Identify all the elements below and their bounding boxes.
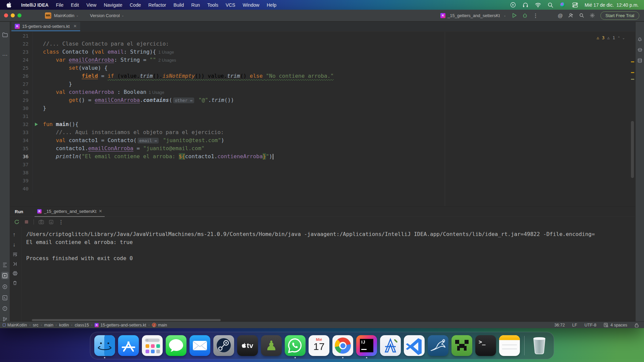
close-tab-icon[interactable]: ✕	[73, 24, 77, 28]
code-line[interactable]: 40	[10, 185, 635, 193]
console-hscrollbar[interactable]	[32, 319, 221, 321]
caret-position[interactable]: 36:72	[554, 323, 565, 327]
error-stripe-mark[interactable]	[631, 79, 634, 80]
menu-edit[interactable]: Edit	[67, 0, 83, 10]
siri-icon[interactable]	[560, 2, 566, 8]
print-icon[interactable]	[13, 271, 17, 276]
error-stripe-mark[interactable]	[631, 61, 634, 62]
dock-item-launchpad[interactable]	[142, 335, 163, 356]
breadcrumb-item[interactable]: K15-getters-and-setters.kt	[95, 323, 146, 327]
code-line[interactable]: 39	[10, 177, 635, 185]
breadcrumb-item[interactable]: src	[33, 323, 39, 327]
code-editor[interactable]: 2122//... Clase Contacto para el ejercic…	[10, 32, 635, 206]
more-tool-windows-icon[interactable]: ⋯	[1, 51, 9, 59]
search-everywhere-icon[interactable]	[579, 13, 584, 18]
project-tool-icon[interactable]	[1, 31, 9, 39]
debug-button[interactable]	[522, 13, 528, 18]
settings-gear-icon[interactable]	[590, 13, 595, 18]
code-line[interactable]: 27 }	[10, 80, 635, 88]
breadcrumb-item[interactable]: class15	[75, 323, 89, 327]
code-line[interactable]: 32fun main(){	[10, 120, 635, 128]
notifications-bell-icon[interactable]	[636, 35, 644, 43]
menu-vcs[interactable]: VCS	[222, 0, 239, 10]
add-user-icon[interactable]	[568, 13, 574, 18]
attach-debugger-icon[interactable]	[49, 220, 54, 225]
dock-item-chrome[interactable]	[332, 335, 353, 356]
code-line[interactable]: 25 set(value) {	[10, 64, 635, 72]
menu-intellij-idea[interactable]: IntelliJ IDEA	[17, 0, 52, 10]
prev-problem-icon[interactable]: ⌃	[618, 36, 620, 40]
error-stripe-mark[interactable]	[631, 72, 634, 73]
dock-item-finder[interactable]	[94, 335, 115, 356]
dock-item-trash[interactable]	[529, 335, 550, 356]
code-line[interactable]: 33 //... Aqui instanciamos el objeto par…	[10, 128, 635, 136]
menu-build[interactable]: Build	[170, 0, 187, 10]
run-tool-icon[interactable]	[1, 283, 9, 290]
apple-menu-icon[interactable]	[7, 2, 11, 8]
menu-window[interactable]: Window	[239, 0, 263, 10]
soft-wrap-icon[interactable]	[13, 252, 17, 256]
zoom-window-button[interactable]	[17, 13, 21, 17]
menu-navigate[interactable]: Navigate	[100, 0, 126, 10]
file-encoding[interactable]: UTF-8	[585, 323, 596, 327]
database-tool-icon[interactable]	[636, 57, 644, 64]
breadcrumb-item[interactable]: kotlin	[59, 323, 69, 327]
dock-item-notes[interactable]	[499, 335, 520, 356]
search-icon[interactable]	[548, 2, 553, 8]
dock-item-app-store[interactable]	[118, 335, 139, 356]
inspections-widget[interactable]: ⚠3 ⚠1 ⌃ ⌄	[595, 35, 627, 41]
down-stack-trace-icon[interactable]: ↓	[13, 242, 15, 248]
dock-item-xcode[interactable]	[380, 335, 401, 356]
dock-item-mail[interactable]	[190, 335, 210, 356]
more-actions-icon[interactable]: ⋮	[58, 219, 64, 225]
project-widget[interactable]: MainKotlin	[54, 13, 74, 18]
now-playing-icon[interactable]	[510, 2, 516, 8]
next-problem-icon[interactable]: ⌄	[623, 36, 625, 40]
code-line[interactable]: 31	[10, 112, 635, 120]
run-console-tab[interactable]: K _15_getters_and_settersKt ✕	[35, 206, 105, 217]
breadcrumb-item[interactable]: main	[44, 323, 53, 327]
code-line[interactable]: 38	[10, 169, 635, 177]
rerun-button[interactable]	[14, 219, 19, 225]
stop-button[interactable]	[24, 220, 29, 224]
run-button[interactable]	[512, 13, 517, 18]
thread-dump-icon[interactable]	[39, 220, 44, 224]
breadcrumb-item[interactable]: MainKotlin	[3, 323, 27, 327]
terminal-tool-icon[interactable]	[1, 294, 9, 301]
close-window-button[interactable]	[4, 13, 8, 17]
dock-item-mysql-workbench[interactable]	[428, 335, 448, 356]
code-line[interactable]: 36 println("El email contiene el arroba:…	[10, 153, 635, 161]
structure-tool-icon[interactable]	[1, 261, 9, 268]
menu-help[interactable]: Help	[263, 0, 280, 10]
minimize-window-button[interactable]	[11, 13, 15, 17]
menu-bar-clock[interactable]: Mié 17 de dic. 12:40 p.m.	[585, 2, 639, 8]
code-line[interactable]: 29 get() = emailConArroba.contains(other…	[10, 96, 635, 104]
code-line[interactable]: 23class Contacto (val email: String){ 1 …	[10, 48, 635, 56]
dock-item-minecraft[interactable]	[451, 335, 472, 356]
menu-view[interactable]: View	[83, 0, 100, 10]
code-line[interactable]: 21	[10, 32, 635, 40]
wifi-icon[interactable]	[535, 3, 541, 7]
start-free-trial-button[interactable]: Start Free Trial	[600, 11, 639, 20]
run-gutter-icon[interactable]	[35, 123, 38, 126]
scroll-to-end-icon[interactable]	[13, 262, 17, 266]
breadcrumb-item[interactable]: fmain	[152, 323, 167, 327]
editor-tab[interactable]: K 15-getters-and-setters.kt ✕	[11, 22, 80, 31]
console-output[interactable]: /Users/criptoglitch/Library/Java/JavaVir…	[21, 227, 635, 322]
line-separator[interactable]: LF	[572, 323, 577, 327]
dock-item-apple-tv[interactable]: tv	[237, 335, 258, 356]
run-panel-title[interactable]: Run	[15, 209, 23, 214]
dock-item-vscode[interactable]	[404, 335, 425, 356]
ai-assistant-icon[interactable]	[636, 46, 644, 53]
code-line[interactable]: 22//... Clase Contacto para el ejercicio…	[10, 40, 635, 48]
dock-item-steam[interactable]	[213, 335, 234, 356]
headphones-icon[interactable]	[523, 2, 528, 8]
more-actions-button[interactable]: ⋮	[533, 12, 538, 19]
menu-run[interactable]: Run	[187, 0, 204, 10]
menu-tools[interactable]: Tools	[204, 0, 222, 10]
menu-refactor[interactable]: Refactor	[145, 0, 170, 10]
menu-code[interactable]: Code	[126, 0, 145, 10]
write-access-lock-icon[interactable]	[635, 323, 639, 327]
indent-setting[interactable]: 4 spaces	[604, 323, 627, 327]
dock-item-terminal[interactable]: >_	[475, 335, 496, 356]
